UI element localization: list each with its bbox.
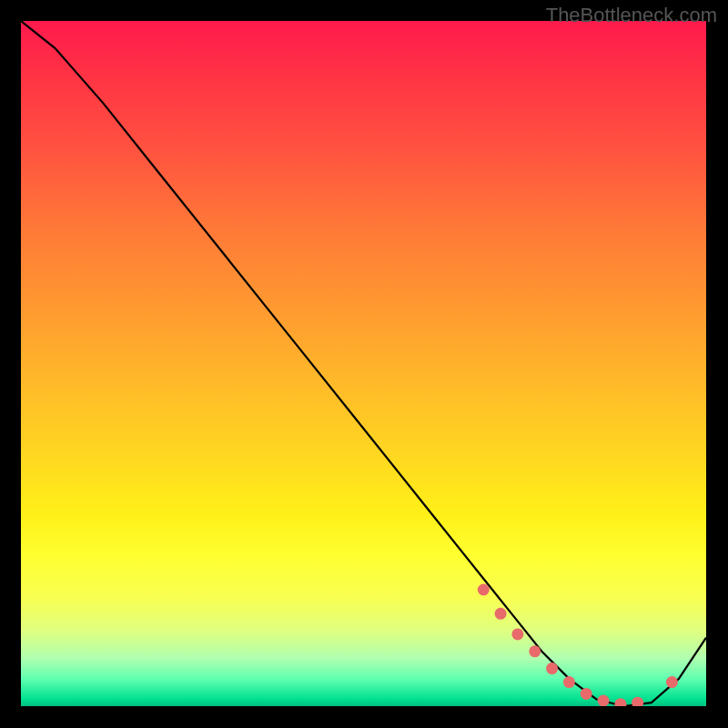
marker-dot bbox=[614, 698, 626, 706]
marker-dot bbox=[666, 676, 678, 688]
plot-area bbox=[21, 21, 706, 706]
marker-dot bbox=[632, 697, 643, 706]
marker-dot bbox=[546, 662, 558, 674]
marker-dot bbox=[478, 584, 490, 596]
marker-dot bbox=[563, 676, 575, 688]
watermark-text: TheBottleneck.com bbox=[546, 4, 717, 27]
marker-dot bbox=[529, 645, 541, 657]
marker-dots bbox=[478, 584, 678, 707]
chart-svg bbox=[21, 21, 706, 706]
marker-dot bbox=[495, 608, 507, 620]
marker-dot bbox=[598, 695, 610, 707]
marker-dot bbox=[581, 688, 592, 700]
marker-dot bbox=[511, 628, 523, 640]
bottleneck-curve bbox=[21, 21, 706, 706]
